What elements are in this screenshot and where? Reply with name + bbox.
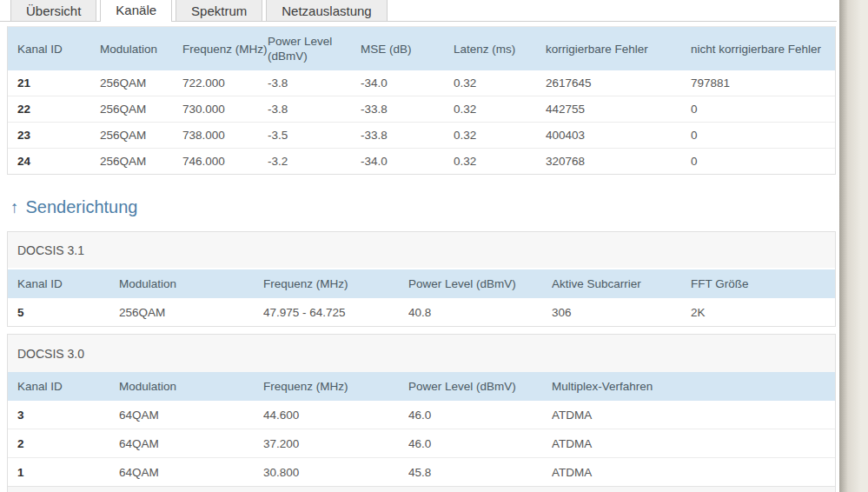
col-header-mse: MSE (dB) [361,43,454,56]
table-row: 23 256QAM 738.000 -3.5 -33.8 0.32 400403… [8,122,835,148]
col-header-fft-groesse: FFT Größe [691,277,835,290]
tab-kanaele[interactable]: Kanäle [100,0,172,22]
cell-mse: -34.0 [361,155,454,168]
cell-frequenz: 730.000 [182,103,268,116]
cell-modulation: 256QAM [119,306,263,319]
cell-power-level: -3.2 [268,155,361,168]
cell-kanal-id: 5 [17,306,119,319]
cell-mse: -34.0 [361,76,454,90]
cell-power-level: 46.0 [408,437,552,450]
cell-modulation: 256QAM [100,155,182,168]
cell-power-level: 45.8 [408,466,552,479]
table-row: 24 256QAM 746.000 -3.2 -34.0 0.32 320768… [8,148,835,174]
cell-korrigierbare-fehler: 442755 [546,103,691,116]
cell-multiplex-verfahren: ATDMA [552,437,691,450]
cell-nicht-korrigierbare-fehler: 0 [691,155,835,168]
table-row: 21 256QAM 722.000 -3.8 -34.0 0.32 261764… [8,70,835,96]
cell-korrigierbare-fehler: 2617645 [546,76,691,90]
cell-kanal-id: 3 [17,409,119,422]
tab-netzauslastung[interactable]: Netzauslastung [266,0,387,22]
table-header-row: Kanal ID Modulation Frequenz (MHz) Power… [8,372,835,401]
cell-nicht-korrigierbare-fehler: 797881 [691,76,835,90]
table-row: 2 64QAM 37.200 46.0 ATDMA [8,429,835,457]
cell-modulation: 64QAM [119,437,263,450]
docsis31-panel: DOCSIS 3.1 Kanal ID Modulation Frequenz … [7,231,836,327]
cell-frequenz: 37.200 [263,437,408,450]
cell-latenz: 0.32 [454,129,546,142]
tab-uebersicht[interactable]: Übersicht [10,0,96,22]
cell-modulation: 256QAM [100,103,182,116]
cell-kanal-id: 22 [17,103,100,116]
cell-frequenz: 44.600 [263,409,408,422]
cell-kanal-id: 21 [17,76,100,90]
col-header-multiplex-verfahren: Multiplex-Verfahren [552,380,691,393]
cell-korrigierbare-fehler: 320768 [546,155,691,168]
cell-modulation: 256QAM [100,129,182,142]
docsis30-panel: DOCSIS 3.0 Kanal ID Modulation Frequenz … [7,334,836,492]
col-header-frequenz: Frequenz (MHz) [263,277,408,290]
cell-latenz: 0.32 [454,155,546,168]
tab-spektrum[interactable]: Spektrum [176,0,262,22]
docsis30-title: DOCSIS 3.0 [8,335,835,372]
tab-list: Übersicht Kanäle Spektrum Netzauslastung [0,0,837,22]
cell-korrigierbare-fehler: 400403 [546,129,691,142]
col-header-korrigierbare-fehler: korrigierbare Fehler [546,43,691,56]
cell-power-level: -3.8 [268,103,361,116]
tab-bar: Übersicht Kanäle Spektrum Netzauslastung [0,0,837,22]
cell-power-level: -3.8 [268,76,361,90]
docsis31-title: DOCSIS 3.1 [8,232,835,269]
cell-kanal-id: 24 [17,155,100,168]
col-header-modulation: Modulation [100,43,182,56]
up-arrow-icon: ↑ [10,198,19,217]
table-header-row: Kanal ID Modulation Frequenz (MHz) Power… [8,27,835,70]
downstream-channels-table: Kanal ID Modulation Frequenz (MHz) Power… [7,26,836,175]
col-header-aktive-subcarrier: Aktive Subcarrier [552,277,691,290]
cell-frequenz: 722.000 [182,76,268,90]
cell-frequenz: 47.975 - 64.725 [263,306,408,319]
cell-kanal-id: 1 [17,466,119,479]
col-header-frequenz: Frequenz (MHz) [182,43,268,56]
cell-mse: -33.8 [361,103,454,116]
col-header-modulation: Modulation [119,277,263,290]
cell-latenz: 0.32 [454,103,546,116]
col-header-power-level: Power Level (dBmV) [408,380,552,393]
section-heading-label: Senderichtung [26,197,138,217]
col-header-frequenz: Frequenz (MHz) [263,380,408,393]
col-header-nicht-korrigierbare-fehler: nicht korrigierbare Fehler [691,43,835,56]
table-row: 5 256QAM 47.975 - 64.725 40.8 306 2K [8,298,835,326]
cell-kanal-id: 23 [17,129,100,142]
upstream-section-heading: ↑ Senderichtung [10,197,137,217]
col-header-latenz: Latenz (ms) [454,43,546,56]
cell-modulation: 256QAM [100,76,182,90]
cell-power-level: -3.5 [268,129,361,142]
col-header-kanal-id: Kanal ID [17,43,100,56]
next-section-strip-cutoff [8,486,835,492]
col-header-modulation: Modulation [119,380,263,393]
col-header-power-level: Power Level (dBmV) [408,277,552,290]
table-header-row: Kanal ID Modulation Frequenz (MHz) Power… [8,269,835,298]
cell-nicht-korrigierbare-fehler: 0 [691,103,835,116]
cell-modulation: 64QAM [119,409,263,422]
cell-frequenz: 30.800 [263,466,408,479]
cell-frequenz: 738.000 [182,129,268,142]
cell-frequenz: 746.000 [182,155,268,168]
table-row: 22 256QAM 730.000 -3.8 -33.8 0.32 442755… [8,96,835,122]
page-edge-gutter [839,0,868,492]
cell-multiplex-verfahren: ATDMA [552,409,691,422]
cell-fft-groesse: 2K [691,306,835,319]
cell-nicht-korrigierbare-fehler: 0 [691,129,835,142]
cell-mse: -33.8 [361,129,454,142]
cell-kanal-id: 2 [17,437,119,450]
col-header-kanal-id: Kanal ID [17,277,119,290]
table-row: 1 64QAM 30.800 45.8 ATDMA [8,457,835,486]
table-row: 3 64QAM 44.600 46.0 ATDMA [8,401,835,429]
cell-aktive-subcarrier: 306 [552,306,691,319]
col-header-kanal-id: Kanal ID [17,380,119,393]
cell-power-level: 46.0 [408,409,552,422]
cell-power-level: 40.8 [408,306,552,319]
cell-multiplex-verfahren: ATDMA [552,466,691,479]
cell-latenz: 0.32 [454,76,546,90]
col-header-power-level: Power Level (dBmV) [268,34,361,63]
cell-modulation: 64QAM [119,466,263,479]
